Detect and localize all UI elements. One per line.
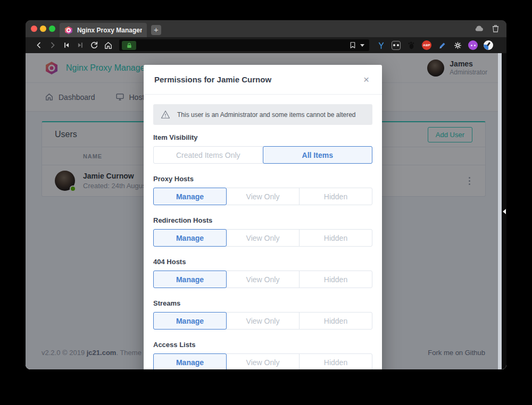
panel-toggle-strip[interactable]	[502, 53, 506, 369]
npm-favicon-icon	[64, 26, 73, 35]
option-hidden[interactable]: Hidden	[299, 188, 372, 205]
close-icon[interactable]: ×	[361, 73, 371, 86]
permission-section-label: Proxy Hosts	[153, 175, 372, 183]
permission-section: Streams ManageView OnlyHidden	[153, 299, 372, 330]
permission-section-label: 404 Hosts	[153, 258, 372, 266]
permission-option-group: ManageView OnlyHidden	[153, 271, 372, 288]
new-tab-button[interactable]: +	[151, 25, 161, 35]
option-hidden[interactable]: Hidden	[299, 312, 372, 330]
sync-cloud-icon[interactable]	[475, 25, 484, 32]
tab-title: Nginx Proxy Manager	[77, 27, 142, 34]
forward-button[interactable]	[46, 39, 60, 52]
reload-button[interactable]	[87, 39, 101, 52]
trash-closed-tabs-icon[interactable]	[492, 24, 499, 32]
permissions-modal: Permissions for Jamie Curnow × This user…	[144, 65, 382, 369]
gnome-foot-extension-icon[interactable]	[406, 40, 416, 50]
permission-option-group: ManageView OnlyHidden	[153, 229, 372, 247]
permission-sections: Item Visibility Created Items OnlyAll It…	[153, 133, 372, 369]
minimize-window-button[interactable]	[40, 26, 46, 32]
permission-section-label: Item Visibility	[153, 133, 372, 141]
purple-extension-icon[interactable]	[468, 40, 478, 50]
modal-title: Permissions for Jamie Curnow	[154, 75, 271, 84]
permission-section: Item Visibility Created Items OnlyAll It…	[153, 133, 372, 164]
permission-section: Proxy Hosts ManageView OnlyHidden	[153, 175, 372, 205]
option-view-only[interactable]: View Only	[226, 188, 300, 205]
browser-window: Nginx Proxy Manager +	[26, 20, 506, 369]
option-view-only[interactable]: View Only	[226, 229, 300, 247]
bookmark-caret-icon[interactable]	[360, 44, 364, 47]
bookmark-icon[interactable]	[350, 41, 356, 49]
fast-forward-button[interactable]	[73, 39, 87, 52]
permission-section: Redirection Hosts ManageView OnlyHidden	[153, 216, 372, 247]
option-view-only[interactable]: View Only	[226, 353, 300, 369]
fork-extension-icon[interactable]	[376, 40, 386, 50]
permission-section-label: Access Lists	[153, 341, 372, 349]
panel-toggle-arrow-icon	[503, 209, 506, 214]
https-lock-icon[interactable]	[122, 41, 136, 50]
page-content: Nginx Proxy Manager James Administrator …	[26, 53, 506, 369]
window-controls	[31, 26, 55, 32]
stylus-pen-extension-icon[interactable]	[437, 40, 447, 50]
permission-option-group: ManageView OnlyHidden	[153, 353, 372, 369]
gauge-extension-icon[interactable]	[484, 40, 493, 50]
permission-section: 404 Hosts ManageView OnlyHidden	[153, 258, 372, 288]
modal-body: This user is an Administrator and some i…	[144, 95, 382, 369]
zoom-window-button[interactable]	[49, 26, 55, 32]
option-manage[interactable]: Manage	[153, 229, 227, 247]
browser-tab-bar: Nginx Proxy Manager +	[26, 20, 506, 37]
permission-option-group: ManageView OnlyHidden	[153, 188, 372, 205]
option-hidden[interactable]: Hidden	[299, 229, 372, 247]
admin-alert-text: This user is an Administrator and some i…	[177, 111, 356, 119]
option-view-only[interactable]: View Only	[226, 271, 300, 288]
address-bar[interactable]	[119, 39, 369, 51]
browser-toolbar: ABP	[26, 37, 506, 53]
back-button[interactable]	[32, 39, 46, 52]
option-manage[interactable]: Manage	[153, 188, 227, 205]
page-scrollbar[interactable]	[498, 53, 502, 369]
rewind-button[interactable]	[60, 39, 73, 52]
option-manage[interactable]: Manage	[153, 312, 227, 330]
adblock-plus-extension-icon[interactable]: ABP	[422, 40, 431, 50]
browser-tab[interactable]: Nginx Proxy Manager	[60, 23, 147, 37]
home-button[interactable]	[101, 39, 115, 52]
permission-option-group: ManageView OnlyHidden	[153, 312, 372, 330]
option-created-items-only[interactable]: Created Items Only	[153, 146, 263, 164]
option-hidden[interactable]: Hidden	[299, 271, 372, 288]
option-all-items[interactable]: All Items	[263, 146, 373, 164]
permission-section-label: Streams	[153, 299, 372, 307]
permission-section-label: Redirection Hosts	[153, 216, 372, 224]
close-window-button[interactable]	[31, 26, 37, 32]
settings-flower-extension-icon[interactable]	[453, 40, 462, 50]
option-manage[interactable]: Manage	[153, 271, 227, 288]
admin-alert: This user is an Administrator and some i…	[153, 104, 372, 125]
warning-triangle-icon	[161, 110, 170, 119]
buster-extension-icon[interactable]	[392, 41, 401, 50]
permission-option-group: Created Items OnlyAll Items	[153, 146, 372, 164]
permission-section: Access Lists ManageView OnlyHidden	[153, 341, 372, 369]
option-view-only[interactable]: View Only	[226, 312, 300, 330]
option-hidden[interactable]: Hidden	[299, 353, 372, 369]
option-manage[interactable]: Manage	[153, 353, 227, 369]
extension-row: ABP	[376, 40, 493, 50]
